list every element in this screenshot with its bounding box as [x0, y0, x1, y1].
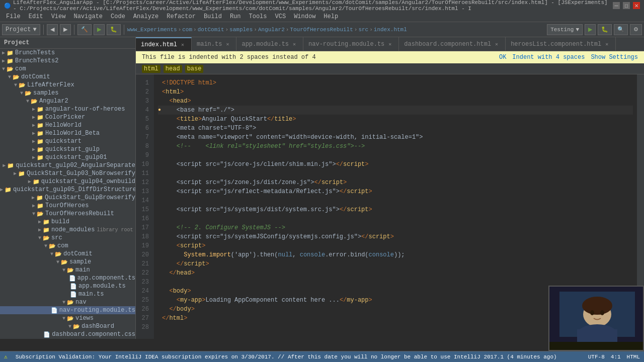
breadcrumb-tour[interactable]: TourOfHeroesRebuilt	[290, 27, 353, 33]
run-button[interactable]: ▶	[94, 24, 105, 35]
code-line[interactable]: <head>	[158, 97, 633, 106]
code-line[interactable]: <!-- 2. Configure SystemJS -->	[158, 223, 633, 232]
window-controls[interactable]: ─ □ ✕	[613, 2, 640, 9]
close-tab-icon[interactable]: ✕	[224, 41, 231, 48]
breadcrumb-samples[interactable]: samples	[229, 27, 253, 33]
settings-button[interactable]: ⚙	[630, 24, 642, 35]
code-line[interactable]: <!-- <link rel="stylesheet" href="styles…	[158, 142, 633, 151]
code-line[interactable]: </script>	[158, 259, 633, 268]
tree-item[interactable]: ▶📁node_modules library root	[0, 226, 135, 234]
tree-item[interactable]: ▶📁quickstart_gulp	[0, 145, 135, 153]
back-button[interactable]: ◀	[47, 24, 58, 35]
menu-help[interactable]: Help	[319, 12, 342, 21]
code-line[interactable]	[158, 196, 633, 205]
code-line[interactable]: System.import('app').then(null, console.…	[158, 250, 633, 259]
tree-item[interactable]: ▼📂LifeAfterFlex	[0, 81, 135, 89]
tree-item[interactable]: ▼📂dotComit	[0, 250, 135, 258]
close-tab-icon[interactable]: ✕	[386, 41, 393, 48]
code-line[interactable]: <title>Angular QuickStart</title>	[158, 115, 633, 124]
tree-item[interactable]: ▶📁QuickStart_Gulp03_NoBrowserify	[0, 169, 135, 177]
tree-item[interactable]: ▶📁quickstart	[0, 137, 135, 145]
tree-item[interactable]: ▶📁BrunchTests2	[0, 57, 135, 65]
menu-vcs[interactable]: VCS	[271, 12, 290, 21]
tab-dashboard[interactable]: dashboard.component.html ✕	[399, 37, 506, 51]
code-line[interactable]: <script>	[158, 241, 633, 250]
tab-main-ts[interactable]: main.ts ✕	[192, 37, 236, 51]
tree-item[interactable]: ▼📂main	[0, 266, 135, 274]
close-tab-icon[interactable]: ✕	[291, 41, 298, 48]
breadcrumb-angular2[interactable]: Angular2	[258, 27, 285, 33]
tree-item[interactable]: ▶📁BrunchTests	[0, 49, 135, 57]
tree-item[interactable]: 📄nav-routing.module.ts	[0, 306, 135, 314]
code-line[interactable]: <script src="js/zone.js/dist/zone.js"></…	[158, 178, 633, 187]
ok-button[interactable]: OK	[499, 54, 506, 61]
maximize-button[interactable]: □	[623, 2, 630, 9]
run-config-debug-button[interactable]: 🐛	[598, 24, 612, 35]
close-tab-icon[interactable]: ✕	[493, 41, 500, 48]
tree-item[interactable]: ▼📂sample	[0, 258, 135, 266]
menu-navigate[interactable]: Navigate	[69, 12, 107, 21]
code-line[interactable]: <script src="js/core-js/client/shim.min.…	[158, 160, 633, 169]
tree-item[interactable]: ▼📂nav	[0, 298, 135, 306]
code-line[interactable]: <script src="js/systemjs/dist/system.src…	[158, 205, 633, 214]
tree-item[interactable]: ▼📂dashBoard	[0, 322, 135, 330]
run-configuration[interactable]: Testing ▼	[547, 24, 583, 35]
tree-item[interactable]: ▼📂Angular2	[0, 97, 135, 105]
code-line[interactable]: <html>	[158, 87, 633, 97]
close-tab-icon[interactable]: ✕	[603, 41, 610, 48]
menu-build[interactable]: Build	[200, 12, 226, 21]
tree-item[interactable]: ▼📂com	[0, 242, 135, 250]
menu-code[interactable]: Code	[107, 12, 129, 21]
tab-index-html[interactable]: index.html ✕	[136, 37, 192, 51]
code-line[interactable]	[158, 151, 633, 160]
breadcrumb-file[interactable]: index.html	[374, 27, 407, 33]
tree-item[interactable]: ▼📂views	[0, 314, 135, 322]
close-button[interactable]: ✕	[633, 2, 640, 9]
show-settings-button[interactable]: Show Settings	[591, 54, 638, 61]
menu-refactor[interactable]: Refactor	[163, 12, 200, 21]
breadcrumb-com[interactable]: com	[182, 27, 192, 33]
search-everywhere-button[interactable]: 🔍	[614, 24, 628, 35]
menu-view[interactable]: View	[47, 12, 70, 21]
tree-item[interactable]: ▶📁TourOfHeroes	[0, 202, 135, 210]
tab-heroes-list[interactable]: heroesList.component.html ✕	[506, 37, 616, 51]
tree-item[interactable]: 📄main.ts	[0, 290, 135, 298]
build-button[interactable]: 🔨	[77, 24, 92, 35]
tab-app-module[interactable]: app.module.ts ✕	[236, 37, 303, 51]
breadcrumb-dotcomit[interactable]: dotComit	[198, 27, 224, 33]
tree-item[interactable]: ▶📁QuickStart_GulpBrowserify	[0, 194, 135, 202]
run-config-run-button[interactable]: ▶	[585, 24, 596, 35]
minimize-button[interactable]: ─	[613, 2, 620, 9]
breadcrumb-src[interactable]: src	[358, 27, 368, 33]
forward-button[interactable]: ▶	[60, 24, 71, 35]
tree-item[interactable]: ▶📁quickstart_gulp04_ownbuild	[0, 177, 135, 186]
breadcrumb-www[interactable]: www_Experiments	[127, 27, 177, 33]
code-line[interactable]: </head>	[158, 268, 633, 278]
tree-item[interactable]: ▶📁HelloWorld_Beta	[0, 129, 135, 137]
tree-item[interactable]: ▼📂dotComit	[0, 73, 135, 81]
close-tab-icon[interactable]: ✕	[179, 41, 186, 48]
tree-item[interactable]: ▶📁angular-tour-of-heroes	[0, 105, 135, 113]
tree-item[interactable]: ▶📁build	[0, 218, 135, 226]
tab-nav-routing[interactable]: nav-routing.module.ts ✕	[303, 37, 399, 51]
code-line[interactable]: <meta name="viewport" content="width=dev…	[158, 133, 633, 142]
code-line[interactable]	[158, 214, 633, 223]
code-line[interactable]: <script src="js/reflect-metadata/Reflect…	[158, 187, 633, 196]
tree-item[interactable]: 📄app.component.ts	[0, 274, 135, 282]
indent-button[interactable]: Indent with 4 spaces	[512, 54, 585, 61]
menu-file[interactable]: File	[2, 12, 25, 21]
tree-item[interactable]: ▶📁quickstart_gulp01	[0, 153, 135, 161]
breadcrumb-html-tag[interactable]: html	[142, 65, 160, 73]
tree-item[interactable]: ▼📂samples	[0, 89, 135, 97]
code-line[interactable]: ● <base href="./">	[158, 106, 633, 115]
tree-item[interactable]: ▼📂com	[0, 65, 135, 73]
tree-item[interactable]: ▶📁HelloWorld	[0, 121, 135, 129]
breadcrumb-head-tag[interactable]: head	[164, 65, 182, 73]
tree-item[interactable]: 📄app.module.ts	[0, 282, 135, 290]
menu-tools[interactable]: Tools	[245, 12, 271, 21]
code-line[interactable]: <!DOCTYPE html>	[158, 78, 633, 87]
tree-item[interactable]: ▶📁quickstart_gulp05_DiffDirStructure	[0, 186, 135, 194]
code-line[interactable]: <script src="js/systemJSConfig/systemjs.…	[158, 232, 633, 241]
debug-button[interactable]: 🐛	[107, 24, 121, 35]
code-line[interactable]: <meta charset="UTF-8">	[158, 124, 633, 133]
